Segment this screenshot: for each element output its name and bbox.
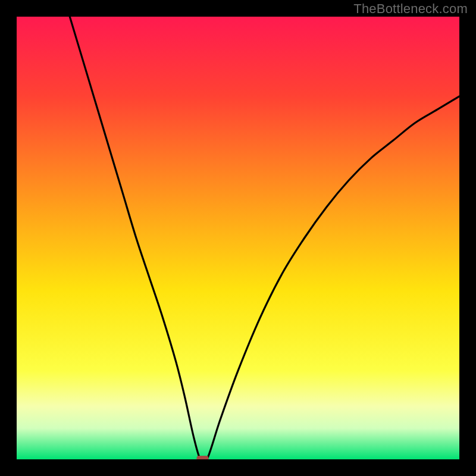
- chart-frame: TheBottleneck.com: [0, 0, 476, 476]
- minimum-marker: [196, 456, 208, 459]
- plot-area: [17, 17, 459, 459]
- watermark-text: TheBottleneck.com: [353, 1, 468, 17]
- chart-svg: [17, 17, 459, 459]
- gradient-background: [17, 17, 459, 459]
